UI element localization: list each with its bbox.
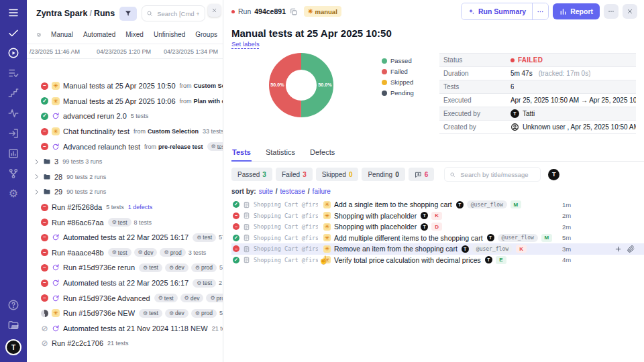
integrations-icon[interactable] [7, 168, 19, 180]
tag-chip: @user_flow [472, 245, 513, 253]
info-label: Tests [439, 83, 511, 90]
filter-chip-failed[interactable]: Failed3 [276, 168, 313, 181]
run-list-item[interactable]: −✳Manual tests at 25 Apr 2025 10:50fromC… [27, 78, 223, 94]
attachment-icon[interactable] [627, 245, 635, 253]
run-list-item[interactable]: ⊘Automated tests at 21 Nov 2024 11:18 NE… [27, 321, 223, 337]
run-list-item[interactable]: −Run #86ac67aa⚙test8 tests [27, 215, 223, 230]
gear-icon: ⚙ [169, 310, 174, 316]
test-plans-icon[interactable] [7, 67, 19, 79]
run-list-item[interactable]: ⊘Run #2c2c170621 tests [27, 336, 223, 351]
tag-label: dev [175, 264, 184, 271]
chip-label: Skipped [322, 171, 346, 178]
filter-chip-skipped[interactable]: Skipped0 [316, 168, 359, 181]
sidebar-search-input[interactable] [156, 9, 201, 18]
test-result-row[interactable]: −Shopping Cart @firs...✳Remove an item f… [231, 243, 644, 255]
run-list-item[interactable]: −Automated tests at 22 Mar 2025 16:17⚙te… [27, 230, 223, 245]
status-filter-chips: Passed3Failed3Skipped0Pending06 [231, 168, 434, 181]
run-list-item[interactable]: ✓✳Manual tests at 25 Apr 2025 10:06fromP… [27, 94, 223, 109]
run-list-item[interactable]: −Run #15d9736e Advanced⚙test⚙dev⚙prod4 t… [27, 290, 223, 306]
sidebar-tab-automated[interactable]: Automated [83, 31, 115, 38]
run-meta: 2 tests [219, 280, 223, 286]
sidebar-close-button[interactable] [208, 4, 221, 17]
run-list-item[interactable]: ✓advanced rerun 2.05 tests [27, 109, 223, 124]
run-date: /23/2025 11:46 AM [30, 48, 97, 55]
settings-gear-icon[interactable]: ⚙ [7, 188, 19, 200]
run-summary-more-button[interactable] [532, 3, 548, 19]
test-result-row[interactable]: ✓Shopping Cart @firs...✳Verify total pri… [231, 255, 644, 266]
tag-label: test [149, 264, 158, 271]
run-meta: 8 tests [134, 219, 152, 226]
run-list-item[interactable]: −Run #15d9736e rerun⚙test⚙dev⚙prod5 test… [27, 260, 223, 276]
test-result-row[interactable]: −Shopping Cart @firs...✳Shopping with pl… [231, 210, 644, 222]
filter-chip-pending[interactable]: Pending0 [362, 168, 405, 181]
run-list-item[interactable]: −Advanced relaunch testfrompre-release t… [27, 139, 223, 154]
sidebar-search-box[interactable] [142, 5, 205, 21]
gear-icon: ⚙ [143, 265, 148, 271]
tab-statistics[interactable]: Statistics [265, 145, 296, 162]
user-avatar[interactable]: T [5, 339, 21, 355]
test-title: Shopping with placeholder [334, 223, 417, 231]
sidebar-tab-groups[interactable]: Groups [195, 31, 217, 38]
gear-icon: ⚙ [210, 295, 215, 301]
defects-link[interactable]: 1 defects [128, 204, 153, 210]
run-list-item[interactable]: −✳Chat functinality testfromCustom Selec… [27, 124, 223, 139]
sort-by-failure-link[interactable]: failure [313, 188, 331, 195]
copy-run-id-button[interactable] [289, 7, 298, 16]
info-value: 5m 47s(tracked: 17m 0s) [511, 70, 591, 77]
documents-icon[interactable] [7, 319, 19, 331]
run-meta: 3 tests [189, 249, 207, 256]
run-name: 28 [54, 173, 62, 181]
gear-icon: ⚙ [143, 310, 148, 316]
more-options-button[interactable] [604, 4, 619, 19]
filter-chip-comments[interactable]: 6 [409, 168, 435, 181]
runs-icon[interactable] [7, 47, 19, 59]
sort-by-testcase-link[interactable]: testcase [280, 188, 305, 195]
status-aborted-icon: ⊘ [41, 324, 48, 332]
run-actions: Run Summary Report [461, 3, 637, 20]
sidebar-tab-mixed[interactable]: Mixed [125, 31, 144, 38]
milestones-icon[interactable] [7, 87, 19, 99]
tag-label: test [203, 234, 212, 241]
filter-button[interactable] [119, 7, 137, 21]
run-list-item[interactable]: 2990 tests 2 runs [27, 184, 223, 200]
report-button[interactable]: Report [553, 3, 600, 19]
suite-name: Shopping Cart @firs... [254, 257, 318, 263]
tests-search-input[interactable] [459, 170, 535, 179]
run-info-table: StatusFAILEDDuration5m 47s(tracked: 17m … [439, 53, 636, 134]
run-summary-button[interactable]: Run Summary [462, 3, 532, 19]
run-list-item[interactable]: ✳Run #15d9736e NEW⚙test⚙dev⚙prod5/5 test… [27, 306, 223, 321]
project-name-link[interactable]: Zyntra Spark [36, 9, 87, 18]
automated-run-icon [52, 324, 60, 333]
run-list-item[interactable]: −Automated tests at 22 Mar 2025 16:17⚙te… [27, 276, 223, 291]
run-name: Automated tests at 22 Mar 2025 16:17 [63, 233, 189, 241]
sidebar-tab-manual[interactable]: Manual [51, 31, 73, 38]
tab-tests[interactable]: Tests [231, 145, 252, 162]
tag-label: test [149, 310, 158, 316]
add-icon[interactable] [614, 245, 622, 253]
menu-icon[interactable] [7, 7, 19, 19]
tests-search-box[interactable] [444, 167, 541, 182]
activity-icon[interactable] [7, 107, 19, 119]
help-icon[interactable] [7, 299, 19, 311]
sidebar-tab-unfinished[interactable]: Unfinished [154, 31, 185, 38]
set-labels-link[interactable]: Set labels [231, 40, 260, 48]
tab-defects[interactable]: Defects [309, 145, 335, 162]
from-label: from [180, 98, 192, 105]
testcases-icon[interactable] [7, 27, 19, 39]
filter-chip-passed[interactable]: Passed3 [231, 168, 272, 181]
run-list-item[interactable]: −Run #2f5268da5 tests1 defects [27, 200, 223, 215]
run-list-item[interactable]: 2890 tests 2 runs [27, 170, 223, 185]
assignee-filter-avatar[interactable]: T [548, 169, 559, 180]
reports-icon[interactable] [7, 147, 19, 160]
requirements-icon[interactable] [7, 127, 19, 139]
user-avatar: T [511, 109, 519, 118]
run-list-item[interactable]: −Run #aaace48b⚙test⚙dev⚙prod3 tests [27, 245, 223, 261]
test-result-row[interactable]: ✓Shopping Cart @firs...✳Add a single ite… [231, 199, 644, 210]
sort-by-suite-link[interactable]: suite [259, 188, 273, 195]
test-result-row[interactable]: ✓Shopping Cart @firs...✳Add multiple dif… [231, 233, 644, 244]
close-run-button[interactable] [623, 4, 637, 19]
run-list-item[interactable]: 399 tests 3 runs [27, 154, 223, 170]
chip-count: 0 [349, 171, 353, 178]
test-result-row[interactable]: −Shopping Cart @firs...✳Shopping with pl… [231, 221, 644, 233]
run-meta: 576 tests [219, 234, 223, 241]
